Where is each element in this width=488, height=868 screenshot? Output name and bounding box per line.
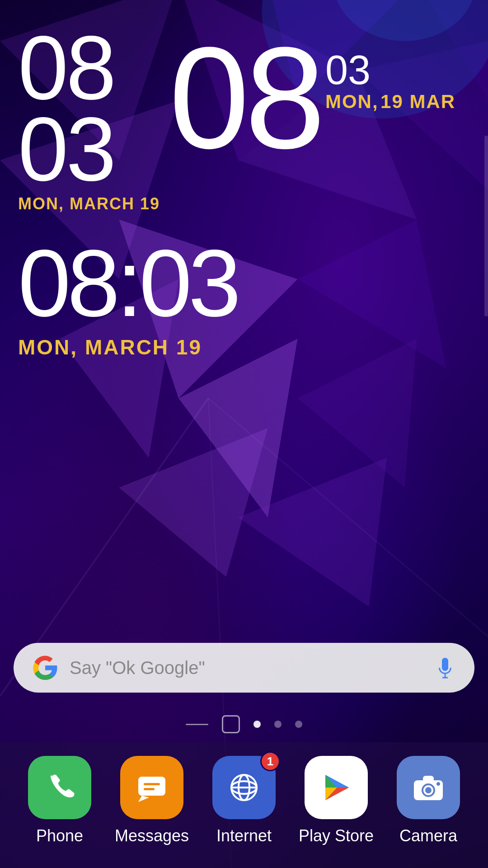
- app-dock: Phone Messages 1: [0, 742, 488, 868]
- messages-icon: [134, 769, 170, 806]
- svg-rect-25: [144, 788, 155, 790]
- top-clocks-row: 08 03 MON, MARCH 19 08 03 MON, 19 MAR: [18, 27, 470, 213]
- dock-item-messages[interactable]: Messages: [111, 756, 192, 845]
- nav-home-button[interactable]: [222, 715, 240, 733]
- svg-point-38: [425, 787, 432, 793]
- clock-widget-colon[interactable]: 08:03 MON, MARCH 19: [18, 241, 470, 359]
- widget2-digit: 08: [169, 36, 321, 159]
- dock-item-camera[interactable]: Camera: [388, 756, 469, 845]
- messages-app-label: Messages: [115, 826, 189, 845]
- widget1-date: MON, MARCH 19: [18, 194, 160, 213]
- microphone-icon[interactable]: [434, 656, 456, 679]
- dock-item-internet[interactable]: 1 Internet: [203, 756, 285, 845]
- svg-marker-23: [138, 796, 149, 802]
- widget1-minute: 03: [18, 108, 114, 190]
- nav-dots-bar: [0, 706, 488, 742]
- svg-rect-36: [423, 776, 434, 782]
- google-search-bar[interactable]: Say "Ok Google": [14, 643, 474, 693]
- svg-rect-22: [138, 777, 165, 796]
- svg-point-39: [436, 782, 440, 786]
- internet-app-icon[interactable]: 1: [212, 756, 276, 819]
- nav-dot-1[interactable]: [253, 721, 261, 728]
- widget1-hour: 08: [18, 27, 114, 108]
- camera-app-icon[interactable]: [397, 756, 460, 819]
- widget2-date-line2: 19 MAR: [380, 91, 455, 112]
- dock-item-playstore[interactable]: Play Store: [296, 756, 377, 845]
- nav-dot-3[interactable]: [295, 721, 302, 728]
- messages-app-icon[interactable]: [120, 756, 183, 819]
- nav-dot-2[interactable]: [274, 721, 282, 728]
- scrollbar-hint: [484, 136, 488, 316]
- internet-app-label: Internet: [216, 826, 272, 845]
- widget3-time: 08:03: [18, 241, 470, 326]
- nav-back-button[interactable]: [186, 724, 208, 725]
- widget3-date: MON, MARCH 19: [18, 335, 470, 359]
- clocks-area: 08 03 MON, MARCH 19 08 03 MON, 19 MAR 08…: [0, 0, 488, 643]
- svg-rect-24: [144, 783, 160, 785]
- phone-app-label: Phone: [36, 826, 83, 845]
- internet-icon: [226, 769, 262, 806]
- dock-item-phone[interactable]: Phone: [19, 756, 100, 845]
- internet-badge: 1: [260, 751, 280, 771]
- search-placeholder-text: Say "Ok Google": [70, 658, 423, 678]
- playstore-app-icon[interactable]: [305, 756, 368, 819]
- clock-widget-single[interactable]: 08 03 MON, 19 MAR: [169, 36, 455, 159]
- playstore-app-label: Play Store: [299, 826, 374, 845]
- camera-app-label: Camera: [399, 826, 457, 845]
- search-bar-area: Say "Ok Google": [0, 643, 488, 706]
- home-screen: 08 03 MON, MARCH 19 08 03 MON, 19 MAR 08…: [0, 0, 488, 868]
- widget2-time-small: 03: [325, 50, 371, 90]
- widget2-date-block: MON, 19 MAR: [325, 90, 455, 113]
- playstore-icon: [318, 769, 354, 806]
- phone-icon: [42, 769, 78, 806]
- widget2-side-info: 03 MON, 19 MAR: [325, 50, 455, 113]
- phone-app-icon[interactable]: [28, 756, 91, 819]
- widget2-date-line1: MON,: [325, 91, 379, 112]
- google-logo-icon: [32, 654, 59, 681]
- clock-widget-stacked[interactable]: 08 03 MON, MARCH 19: [18, 27, 160, 213]
- camera-icon: [410, 769, 446, 806]
